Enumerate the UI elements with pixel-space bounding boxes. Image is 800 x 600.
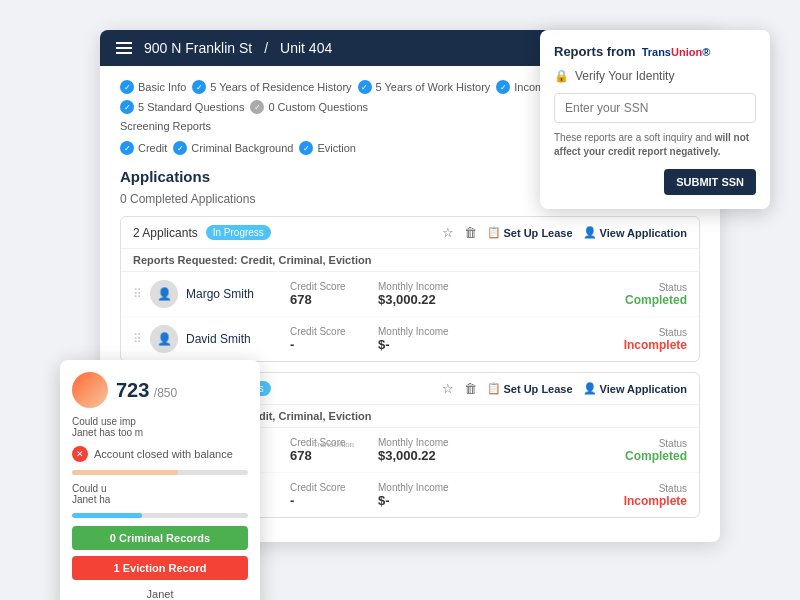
check-standard: ✓ 5 Standard Questions — [120, 100, 244, 114]
status-col-2-1: Status Completed — [625, 438, 687, 463]
trash-icon-2[interactable]: 🗑 — [464, 381, 477, 396]
avatar-1-2: 👤 — [150, 325, 178, 353]
check-icon: ✓ — [192, 80, 206, 94]
header-separator: / — [264, 40, 268, 56]
applicant-name-1-1: Margo Smith — [186, 287, 266, 301]
income-col-1-2: Monthly Income $- — [378, 326, 468, 352]
status-value-2-2: Incomplete — [624, 494, 687, 508]
status-value-1-1: Completed — [625, 293, 687, 307]
tu-note: These reports are a soft inquiry and wil… — [554, 131, 756, 159]
card-header-right-2: ☆ 🗑 📋 Set Up Lease 👤 View Application — [442, 381, 688, 396]
score-col-1-2: Credit Score - — [290, 326, 370, 352]
income-col-2-2: Monthly Income $- — [378, 482, 468, 508]
transunion-small: TransUnion — [313, 440, 354, 449]
view-application-link-1[interactable]: 👤 View Application — [583, 226, 687, 239]
check-icon: ✓ — [120, 80, 134, 94]
status-value-2-1: Completed — [625, 449, 687, 463]
progress-bar-1 — [72, 470, 248, 475]
credit-score-row: 723 /850 — [72, 372, 248, 408]
credit-note-1: Could use imp Janet has too m — [72, 416, 248, 438]
progress-bars-2 — [72, 513, 248, 518]
check-icon: ✓ — [120, 141, 134, 155]
status-col-1-1: Status Completed — [625, 282, 687, 307]
applications-title: Applications — [120, 168, 210, 185]
check-icon: ✓ — [358, 80, 372, 94]
reports-requested-1: Reports Requested: Credit, Criminal, Evi… — [121, 249, 699, 272]
eviction-record-button[interactable]: 1 Eviction Record — [72, 556, 248, 580]
set-up-lease-link-1[interactable]: 📋 Set Up Lease — [487, 226, 573, 239]
card-header-1: 2 Applicants In Progress ☆ 🗑 📋 Set Up Le… — [121, 217, 699, 249]
income-col-2-1: Monthly Income $3,000.22 — [378, 437, 468, 463]
applicants-count-1: 2 Applicants — [133, 226, 198, 240]
check-icon: ✓ — [496, 80, 510, 94]
star-icon-2[interactable]: ☆ — [442, 381, 454, 396]
check-icon: ✓ — [173, 141, 187, 155]
janet-label: Janet — [72, 588, 248, 600]
star-icon[interactable]: ☆ — [442, 225, 454, 240]
credit-account-row: ✕ Account closed with balance — [72, 446, 248, 462]
score-col-1-1: Credit Score 678 — [290, 281, 370, 307]
card-header-right-1: ☆ 🗑 📋 Set Up Lease 👤 View Application — [442, 225, 688, 240]
tu-verify-row: 🔒 Verify Your Identity — [554, 69, 756, 83]
set-up-lease-link-2[interactable]: 📋 Set Up Lease — [487, 382, 573, 395]
drag-handle[interactable]: ⠿ — [133, 332, 142, 346]
credit-overlay-card: 723 /850 Could use imp Janet has too m ✕… — [60, 360, 260, 600]
applicant-name-1-2: David Smith — [186, 332, 266, 346]
account-issue-label: Account closed with balance — [94, 448, 233, 460]
submit-ssn-button[interactable]: SUBMIT SSN — [664, 169, 756, 195]
status-value-1-2: Incomplete — [624, 338, 687, 352]
header-unit: Unit 404 — [280, 40, 332, 56]
check-residence: ✓ 5 Years of Residence History — [192, 80, 351, 94]
drag-handle[interactable]: ⠿ — [133, 287, 142, 301]
check-custom: ✓ 0 Custom Questions — [250, 100, 368, 114]
tu-verify-label: Verify Your Identity — [575, 69, 674, 83]
hamburger-icon[interactable] — [116, 42, 132, 54]
check-work: ✓ 5 Years of Work History — [358, 80, 491, 94]
app-card-1: 2 Applicants In Progress ☆ 🗑 📋 Set Up Le… — [120, 216, 700, 362]
ssn-input[interactable] — [554, 93, 756, 123]
score-col-2-2: Credit Score - — [290, 482, 370, 508]
credit-note-2: Could u Janet ha — [72, 483, 248, 505]
progress-bar-fill-1 — [72, 470, 178, 475]
screening-credit: ✓ Credit — [120, 141, 167, 155]
card-header-left-1: 2 Applicants In Progress — [133, 225, 271, 240]
tu-logo: TransUnion® — [642, 46, 711, 58]
view-application-link-2[interactable]: 👤 View Application — [583, 382, 687, 395]
tu-header-text: Reports from — [554, 44, 636, 59]
circle-x-icon: ✕ — [72, 446, 88, 462]
screening-criminal: ✓ Criminal Background — [173, 141, 293, 155]
completed-count: 0 Completed Applications — [120, 192, 255, 206]
tu-header: Reports from TransUnion® — [554, 44, 756, 59]
check-icon: ✓ — [120, 100, 134, 114]
transunion-popup: Reports from TransUnion® 🔒 Verify Your I… — [540, 30, 770, 209]
credit-score-max: /850 — [154, 386, 177, 400]
status-col-2-2: Status Incomplete — [624, 483, 687, 508]
check-icon: ✓ — [299, 141, 313, 155]
screening-eviction: ✓ Eviction — [299, 141, 356, 155]
check-icon: ✓ — [250, 100, 264, 114]
progress-bar-bg-2 — [72, 513, 248, 518]
progress-bar-2 — [72, 513, 248, 518]
progress-bar-fill-2 — [72, 513, 142, 518]
criminal-records-button[interactable]: 0 Criminal Records — [72, 526, 248, 550]
header-address: 900 N Franklin St — [144, 40, 252, 56]
income-col-1-1: Monthly Income $3,000.22 — [378, 281, 468, 307]
in-progress-badge-1: In Progress — [206, 225, 271, 240]
status-col-1-2: Status Incomplete — [624, 327, 687, 352]
tu-submit-row: SUBMIT SSN — [554, 169, 756, 195]
credit-avatar — [72, 372, 108, 408]
applicant-row-1-2: ⠿ 👤 David Smith Credit Score - Monthly I… — [121, 317, 699, 361]
progress-bar-bg-1 — [72, 470, 248, 475]
check-basic-info: ✓ Basic Info — [120, 80, 186, 94]
credit-score-number: 723 — [116, 379, 149, 401]
avatar-1-1: 👤 — [150, 280, 178, 308]
lock-icon: 🔒 — [554, 69, 569, 83]
progress-bars — [72, 470, 248, 475]
applicant-row-1-1: ⠿ 👤 Margo Smith Credit Score 678 Monthly… — [121, 272, 699, 317]
trash-icon[interactable]: 🗑 — [464, 225, 477, 240]
credit-score-display: 723 /850 — [116, 379, 177, 402]
